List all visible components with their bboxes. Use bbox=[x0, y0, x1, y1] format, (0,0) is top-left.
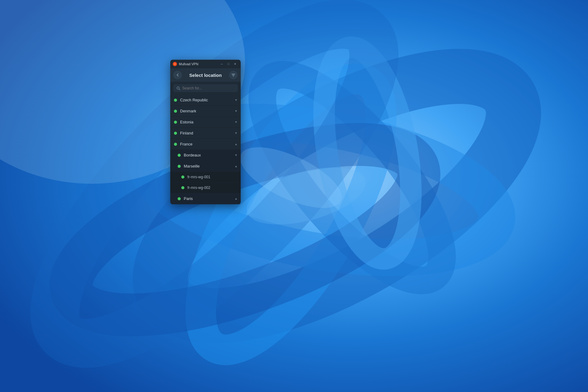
status-dot-marseille bbox=[178, 165, 181, 168]
app-window: Mullvad VPN ─ □ ✕ Select location bbox=[170, 60, 241, 204]
chevron-icon-bordeaux: ▾ bbox=[235, 153, 237, 157]
country-item-finland[interactable]: Finland ▾ bbox=[170, 128, 241, 139]
server-item-fr-mrs-wg-001[interactable]: fr-mrs-wg-001 bbox=[170, 172, 241, 183]
city-item-paris[interactable]: Paris ▴ bbox=[170, 193, 241, 204]
status-dot-finland bbox=[174, 132, 177, 135]
location-list: Czech Republic ▾ Denmark ▾ Estonia ▾ Fin… bbox=[170, 95, 241, 204]
close-button[interactable]: ✕ bbox=[232, 62, 238, 66]
country-name-france: France bbox=[180, 142, 235, 146]
city-item-bordeaux[interactable]: Bordeaux ▾ bbox=[170, 150, 241, 161]
svg-rect-13 bbox=[233, 76, 234, 77]
server-name-fr-mrs-wg-001: fr-mrs-wg-001 bbox=[187, 175, 237, 179]
search-bar bbox=[170, 82, 241, 95]
country-name-estonia: Estonia bbox=[180, 120, 235, 124]
header-title: Select location bbox=[182, 73, 229, 78]
country-name-czech-republic: Czech Republic bbox=[180, 98, 235, 102]
minimize-button[interactable]: ─ bbox=[219, 62, 225, 66]
city-name-marseille: Marseille bbox=[184, 164, 235, 168]
chevron-icon-denmark: ▾ bbox=[235, 109, 237, 113]
server-name-fr-mrs-wg-002: fr-mrs-wg-002 bbox=[187, 186, 237, 190]
status-dot-bordeaux bbox=[178, 154, 181, 157]
country-item-denmark[interactable]: Denmark ▾ bbox=[170, 106, 241, 117]
app-title: Mullvad VPN bbox=[179, 62, 198, 66]
chevron-icon-estonia: ▾ bbox=[235, 120, 237, 124]
app-icon bbox=[173, 62, 177, 66]
chevron-icon-finland: ▾ bbox=[235, 131, 237, 135]
title-bar: Mullvad VPN ─ □ ✕ bbox=[170, 60, 241, 68]
svg-line-15 bbox=[179, 89, 180, 90]
status-dot-paris bbox=[178, 197, 181, 200]
wallpaper bbox=[0, 0, 588, 392]
server-item-fr-mrs-wg-002[interactable]: fr-mrs-wg-002 bbox=[170, 183, 241, 193]
status-dot-estonia bbox=[174, 121, 177, 124]
maximize-button[interactable]: □ bbox=[225, 62, 232, 66]
app-header: Select location bbox=[170, 68, 241, 82]
chevron-icon-marseille: ▴ bbox=[235, 164, 237, 168]
filter-button[interactable] bbox=[229, 71, 238, 79]
search-input[interactable] bbox=[182, 86, 235, 90]
country-item-estonia[interactable]: Estonia ▾ bbox=[170, 117, 241, 128]
status-dot-fr-mrs-wg-002 bbox=[181, 186, 184, 189]
city-name-paris: Paris bbox=[184, 196, 235, 201]
country-name-denmark: Denmark bbox=[180, 109, 235, 113]
search-icon bbox=[176, 86, 180, 90]
country-name-finland: Finland bbox=[180, 131, 235, 135]
chevron-icon-france: ▴ bbox=[235, 142, 237, 146]
status-dot-fr-mrs-wg-001 bbox=[181, 175, 184, 179]
title-bar-controls: ─ □ ✕ bbox=[219, 62, 238, 66]
back-button[interactable] bbox=[173, 71, 182, 79]
chevron-icon-czech-republic: ▾ bbox=[235, 98, 237, 102]
status-dot-czech-republic bbox=[174, 99, 177, 102]
country-item-czech-republic[interactable]: Czech Republic ▾ bbox=[170, 95, 241, 106]
title-bar-left: Mullvad VPN bbox=[173, 62, 198, 66]
status-dot-france bbox=[174, 143, 177, 146]
country-item-france[interactable]: France ▴ bbox=[170, 139, 241, 150]
search-input-wrapper[interactable] bbox=[173, 84, 238, 92]
status-dot-denmark bbox=[174, 110, 177, 113]
svg-rect-11 bbox=[232, 74, 235, 74]
city-item-marseille[interactable]: Marseille ▴ bbox=[170, 161, 241, 172]
city-name-bordeaux: Bordeaux bbox=[184, 153, 235, 157]
svg-rect-12 bbox=[232, 75, 235, 76]
chevron-icon-paris: ▴ bbox=[235, 197, 237, 201]
